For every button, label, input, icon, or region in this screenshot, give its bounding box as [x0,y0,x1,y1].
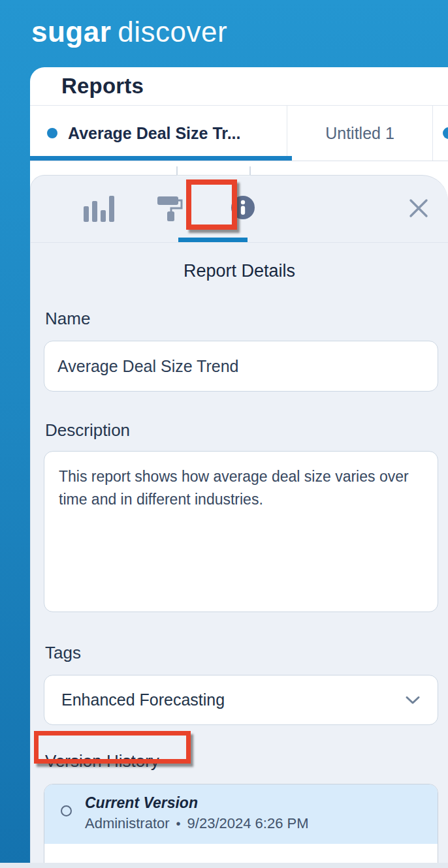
version-history-list: Current Version Administrator • 9/23/202… [44,784,438,868]
name-input[interactable] [44,341,438,392]
version-author: Administrator [85,815,170,832]
app-logo: sugardiscover [31,16,227,48]
chevron-down-icon [405,696,421,705]
version-meta: Administrator • 9/23/2024 6:26 PM [85,815,309,832]
close-icon[interactable] [408,197,430,219]
report-tabbar: Average Deal Size Tr... Untitled 1 [30,106,448,161]
app-window: sugardiscover Reports Average Deal Size … [0,0,448,868]
reports-card: Reports Average Deal Size Tr... Untitled… [30,67,448,868]
window-bottom-edge [0,863,448,868]
bar-chart-icon[interactable] [84,194,114,222]
panel-heading: Report Details [31,261,448,281]
version-timestamp: 9/23/2024 6:26 PM [187,815,309,832]
active-toolbar-tab-underline [178,238,248,242]
name-label: Name [45,309,438,329]
panel-tab-notch-left [176,166,178,175]
bullet-separator: • [176,815,181,832]
version-history-label: Version History [45,751,438,771]
tab-label: Average Deal Size Tr... [68,124,241,143]
info-icon[interactable] [231,195,255,220]
reports-header: Reports [30,67,448,106]
active-tab-underline [30,156,292,161]
unsaved-dot-icon [47,128,57,138]
logo-sugar: sugar [31,16,111,48]
tab-untitled-1[interactable]: Untitled 1 [287,106,433,161]
tags-select[interactable]: Enhanced Forecasting [44,675,438,725]
tags-label: Tags [45,643,438,663]
logo-discover: discover [118,16,227,48]
paint-roller-icon[interactable] [157,195,184,221]
version-radio-icon [61,805,72,816]
description-label: Description [45,420,438,441]
page-title: Reports [61,74,144,99]
version-title: Current Version [85,793,309,813]
panel-content: Name Description This report shows how a… [44,309,438,868]
tab-average-deal-size-trend[interactable]: Average Deal Size Tr... [30,106,287,161]
panel-tab-notch-right [249,166,251,175]
version-entry-current[interactable]: Current Version Administrator • 9/23/202… [44,784,438,844]
tab-label: Untitled 1 [325,124,394,143]
report-details-panel: Report Details Name Description This rep… [30,175,448,868]
panel-toolbar [31,176,448,243]
tags-selected-value: Enhanced Forecasting [61,690,225,709]
description-input[interactable]: This report shows how average deal size … [44,451,438,612]
next-tab-dot-icon [443,127,448,139]
version-entry-texts: Current Version Administrator • 9/23/202… [85,793,309,832]
